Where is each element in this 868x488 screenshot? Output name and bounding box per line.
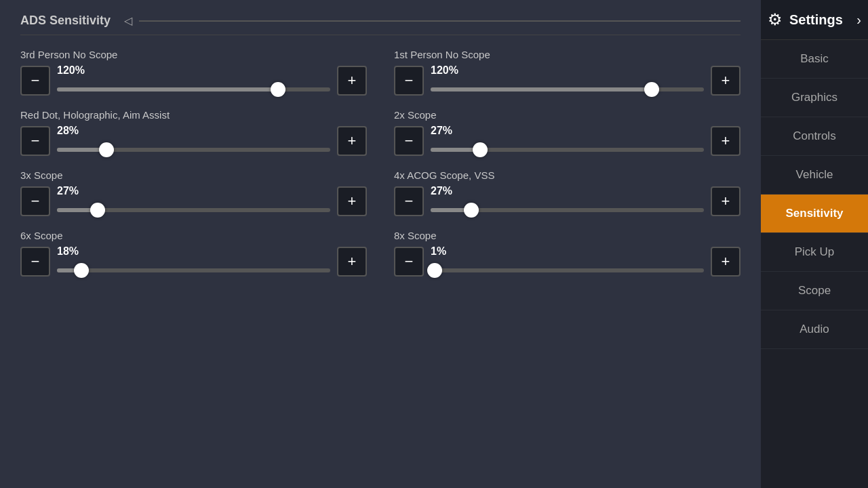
- slider-label-6x-scope: 6x Scope: [20, 230, 367, 241]
- slider-thumb-2x-scope[interactable]: [473, 142, 488, 157]
- slider-label-8x-scope: 8x Scope: [394, 230, 741, 241]
- section-title: ADS Sensitivity: [20, 14, 111, 28]
- slider-container-2x-scope[interactable]: 27%: [431, 126, 704, 156]
- slider-container-1st-person-no-scope[interactable]: 120%: [431, 66, 704, 96]
- slider-container-4x-acog[interactable]: 27%: [431, 186, 704, 216]
- slider-track-2x-scope: [431, 148, 704, 152]
- minus-button-red-dot[interactable]: −: [20, 126, 50, 156]
- slider-fill-2x-scope: [431, 148, 480, 152]
- slider-value-3rd-person-no-scope: 120%: [57, 64, 85, 77]
- sidebar-bottom: [761, 349, 868, 488]
- slider-track-8x-scope: [431, 268, 704, 272]
- close-button[interactable]: ›: [856, 12, 861, 28]
- slider-value-4x-acog: 27%: [431, 185, 452, 197]
- slider-section-red-dot: Red Dot, Holographic, Aim Assist−28%+: [20, 109, 367, 156]
- slider-label-1st-person-no-scope: 1st Person No Scope: [394, 49, 741, 60]
- slider-thumb-3x-scope[interactable]: [90, 203, 105, 218]
- plus-button-3rd-person-no-scope[interactable]: +: [337, 66, 367, 96]
- slider-label-3rd-person-no-scope: 3rd Person No Scope: [20, 49, 367, 60]
- slider-track-3x-scope: [57, 208, 330, 212]
- slider-track-1st-person-no-scope: [431, 87, 704, 92]
- slider-row-8x-scope: −1%+: [394, 247, 741, 277]
- minus-button-8x-scope[interactable]: −: [394, 247, 424, 277]
- slider-row-4x-acog: −27%+: [394, 186, 741, 216]
- slider-label-2x-scope: 2x Scope: [394, 109, 741, 121]
- sidebar: ⚙ Settings › BasicGraphicsControlsVehicl…: [761, 0, 868, 488]
- slider-value-red-dot: 28%: [57, 125, 79, 137]
- slider-fill-3rd-person-no-scope: [57, 87, 278, 92]
- plus-button-8x-scope[interactable]: +: [711, 247, 741, 277]
- slider-value-1st-person-no-scope: 120%: [431, 64, 458, 77]
- slider-row-6x-scope: −18%+: [20, 247, 367, 277]
- slider-thumb-1st-person-no-scope[interactable]: [644, 82, 659, 97]
- slider-label-4x-acog: 4x ACOG Scope, VSS: [394, 169, 741, 181]
- gear-icon: ⚙: [768, 10, 783, 29]
- slider-thumb-red-dot[interactable]: [99, 142, 114, 157]
- slider-value-8x-scope: 1%: [431, 245, 446, 258]
- main-content: ADS Sensitivity ◁ 3rd Person No Scope−12…: [0, 0, 761, 488]
- progress-line: [139, 20, 741, 22]
- sensitivity-grid: 3rd Person No Scope−120%+1st Person No S…: [20, 49, 741, 277]
- slider-label-3x-scope: 3x Scope: [20, 169, 367, 181]
- slider-row-1st-person-no-scope: −120%+: [394, 66, 741, 96]
- nav-item-audio[interactable]: Audio: [761, 310, 868, 349]
- slider-fill-1st-person-no-scope: [431, 87, 652, 92]
- nav-item-sensitivity[interactable]: Sensitivity: [761, 195, 868, 233]
- slider-fill-red-dot: [57, 148, 106, 152]
- slider-section-4x-acog: 4x ACOG Scope, VSS−27%+: [394, 169, 741, 216]
- settings-header: ⚙ Settings ›: [761, 0, 868, 40]
- slider-value-2x-scope: 27%: [431, 125, 452, 137]
- slider-row-red-dot: −28%+: [20, 126, 367, 156]
- slider-thumb-4x-acog[interactable]: [464, 203, 479, 218]
- plus-button-6x-scope[interactable]: +: [337, 247, 367, 277]
- slider-row-2x-scope: −27%+: [394, 126, 741, 156]
- slider-section-8x-scope: 8x Scope−1%+: [394, 230, 741, 277]
- slider-label-red-dot: Red Dot, Holographic, Aim Assist: [20, 109, 367, 121]
- slider-thumb-6x-scope[interactable]: [74, 263, 89, 278]
- nav-item-vehicle[interactable]: Vehicle: [761, 156, 868, 195]
- settings-title: Settings: [789, 12, 843, 28]
- slider-row-3rd-person-no-scope: −120%+: [20, 66, 367, 96]
- slider-thumb-3rd-person-no-scope[interactable]: [271, 82, 285, 97]
- slider-section-1st-person-no-scope: 1st Person No Scope−120%+: [394, 49, 741, 96]
- slider-track-6x-scope: [57, 268, 330, 272]
- slider-container-3rd-person-no-scope[interactable]: 120%: [57, 66, 330, 96]
- slider-track-3rd-person-no-scope: [57, 87, 330, 92]
- nav-list: BasicGraphicsControlsVehicleSensitivityP…: [761, 40, 868, 349]
- nav-item-controls[interactable]: Controls: [761, 117, 868, 156]
- nav-item-graphics[interactable]: Graphics: [761, 79, 868, 117]
- slider-value-6x-scope: 18%: [57, 245, 79, 258]
- nav-item-scope[interactable]: Scope: [761, 272, 868, 310]
- plus-button-2x-scope[interactable]: +: [711, 126, 741, 156]
- slider-fill-8x-scope: [431, 268, 435, 272]
- top-bar: ADS Sensitivity ◁: [20, 14, 741, 35]
- slider-track-4x-acog: [431, 208, 704, 212]
- plus-button-1st-person-no-scope[interactable]: +: [711, 66, 741, 96]
- slider-container-red-dot[interactable]: 28%: [57, 126, 330, 156]
- slider-section-6x-scope: 6x Scope−18%+: [20, 230, 367, 277]
- minus-button-3rd-person-no-scope[interactable]: −: [20, 66, 50, 96]
- back-arrow-icon[interactable]: ◁: [124, 14, 132, 27]
- slider-track-red-dot: [57, 148, 330, 152]
- nav-item-pickup[interactable]: Pick Up: [761, 233, 868, 272]
- plus-button-3x-scope[interactable]: +: [337, 186, 367, 216]
- slider-row-3x-scope: −27%+: [20, 186, 367, 216]
- minus-button-4x-acog[interactable]: −: [394, 186, 424, 216]
- minus-button-2x-scope[interactable]: −: [394, 126, 424, 156]
- slider-fill-6x-scope: [57, 268, 81, 272]
- slider-section-2x-scope: 2x Scope−27%+: [394, 109, 741, 156]
- slider-container-3x-scope[interactable]: 27%: [57, 186, 330, 216]
- slider-fill-3x-scope: [57, 208, 98, 212]
- minus-button-3x-scope[interactable]: −: [20, 186, 50, 216]
- slider-container-8x-scope[interactable]: 1%: [431, 247, 704, 277]
- minus-button-1st-person-no-scope[interactable]: −: [394, 66, 424, 96]
- slider-fill-4x-acog: [431, 208, 471, 212]
- nav-item-basic[interactable]: Basic: [761, 40, 868, 79]
- slider-thumb-8x-scope[interactable]: [427, 263, 442, 278]
- slider-section-3rd-person-no-scope: 3rd Person No Scope−120%+: [20, 49, 367, 96]
- plus-button-4x-acog[interactable]: +: [711, 186, 741, 216]
- slider-value-3x-scope: 27%: [57, 185, 79, 197]
- minus-button-6x-scope[interactable]: −: [20, 247, 50, 277]
- plus-button-red-dot[interactable]: +: [337, 126, 367, 156]
- slider-container-6x-scope[interactable]: 18%: [57, 247, 330, 277]
